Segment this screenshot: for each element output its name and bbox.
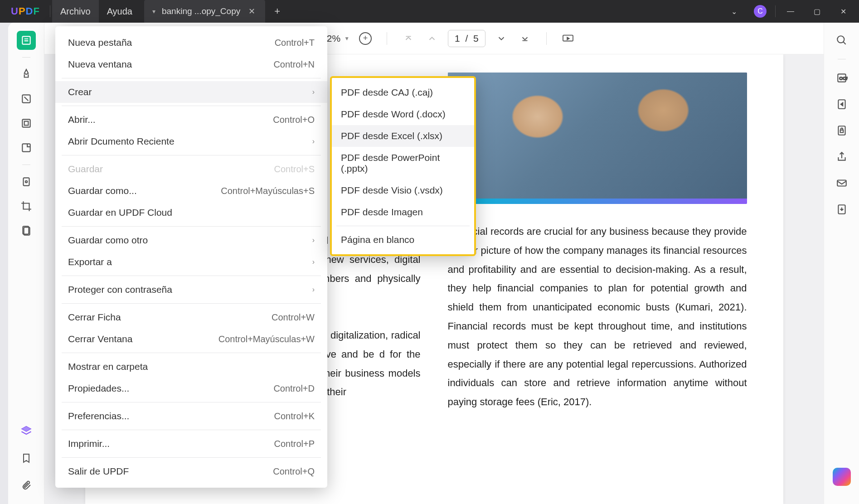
svg-point-8 xyxy=(25,181,27,183)
updf-logo: UPDF xyxy=(3,5,48,17)
tab-dropdown-icon[interactable]: ▾ xyxy=(152,8,155,15)
next-page-button[interactable] xyxy=(494,31,509,46)
svg-rect-7 xyxy=(23,178,29,185)
create-from-excel[interactable]: PDF desde Excel (.xlsx) xyxy=(332,125,474,147)
chevron-right-icon: › xyxy=(312,137,315,145)
titlebar: UPDF Archivo Ayuda ▾ banking ...opy_Copy… xyxy=(0,0,859,23)
create-blank-page[interactable]: Página en blanco xyxy=(332,229,474,251)
last-page-button[interactable] xyxy=(517,31,533,46)
ocr-icon[interactable]: OCR xyxy=(832,68,851,87)
menu-new-window[interactable]: Nueva ventanaControl+N xyxy=(55,53,327,75)
tab-name: banking ...opy_Copy xyxy=(162,6,240,16)
menu-export[interactable]: Exportar a› xyxy=(55,251,327,273)
menu-save: GuardarControl+S xyxy=(55,158,327,180)
convert-icon[interactable] xyxy=(832,95,851,114)
menu-print[interactable]: Imprimir...Control+P xyxy=(55,433,327,455)
svg-line-15 xyxy=(843,42,845,44)
menu-properties[interactable]: Propiedades...Control+D xyxy=(55,378,327,399)
svg-rect-6 xyxy=(22,144,30,151)
ocr-tool-icon[interactable] xyxy=(17,172,36,191)
bookmark-icon[interactable] xyxy=(17,449,36,468)
chevron-right-icon: › xyxy=(312,236,315,244)
menu-show-folder[interactable]: Mostrar en carpeta xyxy=(55,356,327,378)
menu-save-cloud[interactable]: Guardar en UPDF Cloud xyxy=(55,202,327,223)
create-from-caj[interactable]: PDF desde CAJ (.caj) xyxy=(332,82,474,103)
menu-close-tab[interactable]: Cerrar FichaControl+W xyxy=(55,306,327,328)
attachment-icon[interactable] xyxy=(17,476,36,495)
menu-open[interactable]: Abrir...Control+O xyxy=(55,109,327,131)
zoom-in-button[interactable]: + xyxy=(358,31,373,46)
new-tab-button[interactable]: + xyxy=(265,5,289,17)
email-icon[interactable] xyxy=(832,174,851,193)
zoom-dropdown-icon[interactable]: ▼ xyxy=(344,35,349,42)
minimize-button[interactable]: — xyxy=(777,0,804,23)
menu-exit[interactable]: Salir de UPDFControl+Q xyxy=(55,460,327,482)
pages-tool-icon[interactable] xyxy=(17,114,36,133)
first-page-button[interactable] xyxy=(401,31,416,46)
body-text: Financial records are crucial for any bu… xyxy=(448,222,747,412)
svg-point-14 xyxy=(837,36,844,43)
user-avatar[interactable]: C xyxy=(747,0,773,23)
svg-rect-4 xyxy=(22,119,30,127)
separator xyxy=(775,5,776,17)
create-from-image[interactable]: PDF desde Imagen xyxy=(332,201,474,223)
chevron-down-icon[interactable]: ⌄ xyxy=(721,0,747,23)
chevron-right-icon: › xyxy=(312,88,315,96)
search-icon[interactable] xyxy=(832,31,851,50)
right-sidebar: OCR xyxy=(824,23,859,504)
edit-tool-icon[interactable] xyxy=(17,89,36,108)
menu-create[interactable]: Crear› xyxy=(55,81,327,103)
ai-assistant-icon[interactable] xyxy=(833,468,851,486)
menu-ayuda[interactable]: Ayuda xyxy=(99,0,141,23)
tab-close-icon[interactable]: ✕ xyxy=(247,6,257,16)
create-from-powerpoint[interactable]: PDF desde PowerPoint (.pptx) xyxy=(332,147,474,179)
layers-icon[interactable] xyxy=(17,422,36,441)
document-tab[interactable]: ▾ banking ...opy_Copy ✕ xyxy=(144,0,265,23)
menu-preferences[interactable]: Preferencias...Control+K xyxy=(55,405,327,427)
form-tool-icon[interactable] xyxy=(17,138,36,157)
close-button[interactable]: ✕ xyxy=(830,0,856,23)
menu-open-recent[interactable]: Abrir Dcumento Reciente› xyxy=(55,131,327,152)
chevron-right-icon: › xyxy=(312,286,315,294)
protect-icon[interactable] xyxy=(832,121,851,140)
maximize-button[interactable]: ▢ xyxy=(804,0,830,23)
compress-tool-icon[interactable] xyxy=(17,221,36,240)
svg-text:OCR: OCR xyxy=(839,76,847,81)
svg-rect-21 xyxy=(837,180,846,186)
crop-tool-icon[interactable] xyxy=(17,197,36,216)
create-from-word[interactable]: PDF desde Word (.docx) xyxy=(332,103,474,125)
menu-new-tab[interactable]: Nueva pestañaControl+T xyxy=(55,32,327,53)
page-indicator[interactable]: 1 / 5 xyxy=(448,30,485,47)
menu-archivo[interactable]: Archivo xyxy=(52,0,99,23)
article-image xyxy=(448,73,747,204)
menu-protect[interactable]: Proteger con contraseña› xyxy=(55,279,327,300)
chevron-right-icon: › xyxy=(312,258,315,266)
presentation-button[interactable] xyxy=(560,31,576,46)
separator xyxy=(50,5,50,17)
prev-page-button[interactable] xyxy=(424,31,440,46)
share-icon[interactable] xyxy=(832,147,851,166)
svg-rect-20 xyxy=(840,130,843,132)
create-submenu: PDF desde CAJ (.caj) PDF desde Word (.do… xyxy=(330,76,476,256)
svg-rect-5 xyxy=(24,121,28,126)
menu-save-other[interactable]: Guardar como otro› xyxy=(55,229,327,251)
create-from-visio[interactable]: PDF desde Visio (.vsdx) xyxy=(332,179,474,201)
file-menu-dropdown: Nueva pestañaControl+T Nueva ventanaCont… xyxy=(55,26,327,488)
save-icon[interactable] xyxy=(832,200,851,219)
menu-save-as[interactable]: Guardar como...Control+Mayúsculas+S xyxy=(55,180,327,202)
reader-tool-icon[interactable] xyxy=(17,31,36,50)
menu-close-window[interactable]: Cerrar VentanaControl+Mayúsculas+W xyxy=(55,328,327,350)
highlight-tool-icon[interactable] xyxy=(17,65,36,84)
bottom-left-tools xyxy=(8,422,44,504)
